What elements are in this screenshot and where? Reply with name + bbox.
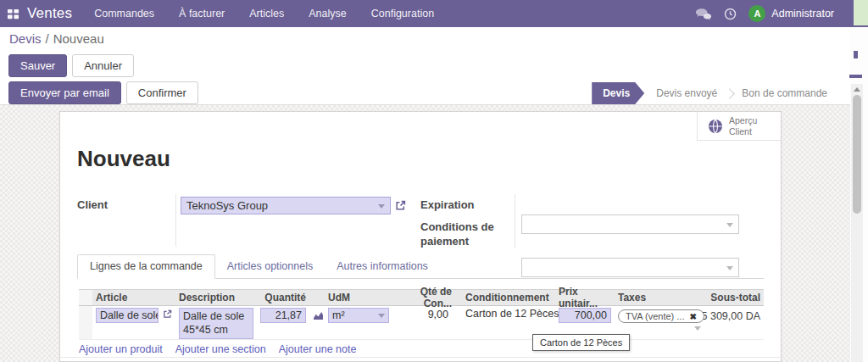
- col-article: Article: [92, 292, 175, 304]
- expiration-caret-icon[interactable]: [726, 223, 733, 227]
- quantity-value: 21,87: [260, 308, 306, 323]
- col-quantity: Quantité: [257, 292, 309, 304]
- breadcrumb: Devis / Nouveau: [0, 27, 868, 50]
- save-button[interactable]: Sauver: [8, 54, 67, 77]
- tab-optional-products[interactable]: Articles optionnels: [215, 255, 325, 278]
- status-step-bon-de-commande[interactable]: Bon de commande: [730, 82, 839, 104]
- user-menu[interactable]: A Administrator: [748, 5, 834, 22]
- menu-configuration[interactable]: Configuration: [371, 8, 434, 19]
- cutoff-widget-fragment: [854, 51, 858, 58]
- breadcrumb-parent[interactable]: Devis: [9, 31, 42, 46]
- vertical-scrollbar[interactable]: [851, 84, 863, 362]
- record-controls: Sauver Annuler: [0, 50, 868, 81]
- cutoff-bar-fragment: [849, 75, 862, 78]
- article-cell[interactable]: Dalle de sole 45*: [92, 306, 175, 323]
- article-value: Dalle de sole 45*: [96, 308, 159, 323]
- col-subtotal: Sous-total: [691, 292, 764, 304]
- tax-remove-icon[interactable]: ✖: [690, 312, 697, 321]
- qty-packaging-value: 9,00: [396, 308, 452, 321]
- scrollbar-thumb[interactable]: [853, 95, 861, 214]
- messages-icon[interactable]: [695, 8, 712, 20]
- description-value: Dalle de sole 45*45 cm: [179, 308, 253, 339]
- customer-preview-button[interactable]: AperçuClient: [697, 112, 781, 141]
- activities-clock-icon[interactable]: [724, 8, 737, 20]
- menu-analyse[interactable]: Analyse: [309, 8, 346, 19]
- scrollbar-up-arrow-icon[interactable]: [851, 84, 863, 95]
- app-name[interactable]: Ventes: [27, 5, 72, 22]
- client-external-link-icon[interactable]: [395, 200, 406, 211]
- discard-button[interactable]: Annuler: [72, 54, 134, 77]
- quantity-cell[interactable]: 21,87: [257, 306, 309, 323]
- unit-price-cell[interactable]: 700,00: [555, 306, 615, 323]
- menu-articles[interactable]: Articles: [249, 8, 284, 19]
- globe-icon: [708, 119, 723, 134]
- client-input[interactable]: TeknoSys Group: [181, 197, 391, 214]
- article-external-link-icon[interactable]: [163, 309, 172, 319]
- taxes-cell[interactable]: TVA (vente) ... ✖: [615, 306, 691, 323]
- menu-commandes[interactable]: Commandes: [94, 8, 154, 19]
- col-uom: UdM: [325, 292, 392, 304]
- forecast-chart-icon[interactable]: [309, 306, 325, 320]
- top-navbar: Ventes Commandes À facturer Articles Ana…: [0, 0, 868, 27]
- tax-tag-label: TVA (vente) ...: [626, 311, 685, 321]
- taxes-caret-icon[interactable]: [694, 326, 701, 331]
- list-add-links: Ajouter un produit Ajouter une section A…: [79, 343, 356, 355]
- col-taxes: Taxes: [615, 292, 691, 304]
- sheet-divider: [60, 357, 781, 358]
- status-step-devis[interactable]: Devis: [592, 82, 644, 104]
- breadcrumb-separator: /: [46, 31, 49, 46]
- corner-green-block: [854, 0, 868, 25]
- add-product-link[interactable]: Ajouter un produit: [79, 343, 163, 355]
- order-lines-table: Article Description Quantité UdM Qté de …: [79, 289, 764, 340]
- add-section-link[interactable]: Ajouter une section: [175, 343, 266, 355]
- user-avatar: A: [748, 5, 765, 22]
- col-description: Description: [175, 292, 257, 304]
- statusbar: Devis Devis envoyé Bon de commande: [592, 82, 839, 104]
- uom-cell[interactable]: m²: [325, 306, 392, 323]
- description-cell[interactable]: Dalle de sole 45*45 cm: [175, 306, 257, 339]
- uom-caret-icon[interactable]: [378, 314, 385, 318]
- main-menu: Commandes À facturer Articles Analyse Co…: [94, 8, 434, 19]
- client-value: TeknoSys Group: [186, 199, 268, 212]
- client-field: TeknoSys Group: [181, 197, 868, 214]
- table-header-row: Article Description Quantité UdM Qté de …: [79, 289, 764, 306]
- notebook-tabs: Lignes de la commande Articles optionnel…: [77, 257, 764, 279]
- confirm-button[interactable]: Confirmer: [126, 81, 198, 104]
- payment-terms-label: Conditions de paiement: [420, 220, 495, 249]
- form-sheet: AperçuClient Nouveau Client TeknoSys Gro…: [59, 111, 782, 362]
- order-line-row: Dalle de sole 45* Dalle de sole 45*45 cm…: [79, 306, 764, 340]
- user-name: Administrator: [771, 8, 834, 19]
- packaging-tooltip: Carton de 12 Pèces: [532, 334, 630, 351]
- qty-packaging-cell[interactable]: 9,00: [392, 306, 455, 321]
- customer-preview-label: AperçuClient: [729, 115, 757, 136]
- row-drag-handle[interactable]: [79, 306, 92, 339]
- status-step-devis-envoye[interactable]: Devis envoyé: [644, 82, 729, 104]
- add-note-link[interactable]: Ajouter une note: [279, 343, 357, 355]
- expiration-label: Expiration: [420, 198, 505, 211]
- tab-other-info[interactable]: Autres informations: [325, 255, 440, 278]
- send-email-button[interactable]: Envoyer par email: [8, 81, 121, 104]
- col-packaging: Conditionnement: [455, 292, 555, 304]
- col-handle: [79, 290, 92, 305]
- menu-a-facturer[interactable]: À facturer: [179, 8, 225, 19]
- breadcrumb-current: Nouveau: [53, 31, 104, 46]
- tax-tag[interactable]: TVA (vente) ... ✖: [618, 309, 704, 323]
- form-divider-right: [515, 194, 515, 248]
- record-title: Nouveau: [77, 146, 170, 172]
- client-dropdown-caret-icon[interactable]: [378, 204, 385, 209]
- unit-price-value: 700,00: [559, 308, 611, 323]
- expiration-input[interactable]: [521, 214, 739, 234]
- uom-value: m²: [332, 309, 345, 321]
- client-label: Client: [77, 198, 170, 211]
- packaging-cell[interactable]: Carton de 12 Pèces: [455, 306, 555, 320]
- tab-order-lines[interactable]: Lignes de la commande: [77, 254, 215, 279]
- apps-grid-icon[interactable]: [0, 0, 25, 27]
- packaging-value: Carton de 12 Pèces: [465, 308, 559, 320]
- form-divider-left: [175, 194, 176, 247]
